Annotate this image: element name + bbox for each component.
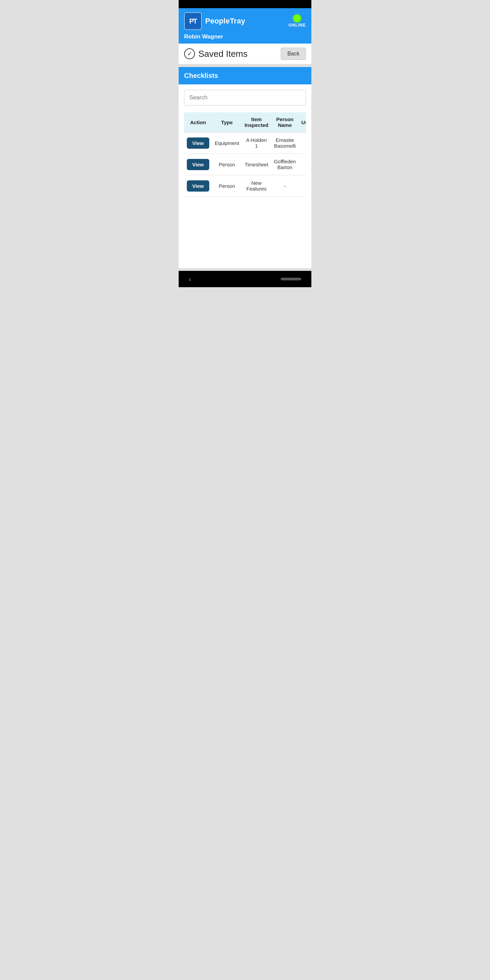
cell-usage-0: 7 xyxy=(298,132,306,154)
app-title: PeopleTray xyxy=(205,17,245,25)
section-header: Checklists xyxy=(179,67,311,84)
table-wrapper: Action Type ItemInspected PersonName Usa… xyxy=(184,112,306,197)
table-header-row: Action Type ItemInspected PersonName Usa… xyxy=(184,112,306,132)
page-title-area: ✓ Saved Items xyxy=(184,48,248,59)
checklists-section: Checklists Action Type ItemInspected Per… xyxy=(179,67,311,268)
page-header: ✓ Saved Items Back xyxy=(179,43,311,64)
view-button-2[interactable]: View xyxy=(187,180,209,192)
table-row: View Person Timesheet Goffleden Barton -… xyxy=(184,154,306,175)
online-dot xyxy=(293,14,301,22)
cell-item-2: New Features xyxy=(242,175,271,197)
col-type: Type xyxy=(212,112,242,132)
section-title: Checklists xyxy=(184,72,218,79)
cell-type-2: Person xyxy=(212,175,242,197)
cell-type-0: Equipment xyxy=(212,132,242,154)
cell-action-1: View xyxy=(184,154,212,175)
header-left: PT PeopleTray xyxy=(184,12,245,30)
back-arrow-icon[interactable]: ‹ xyxy=(189,275,191,283)
cell-person-1: Goffleden Barton xyxy=(271,154,299,175)
view-button-1[interactable]: View xyxy=(187,159,209,170)
app-header: PT PeopleTray ONLINE xyxy=(179,8,311,33)
section-body: Action Type ItemInspected PersonName Usa… xyxy=(179,84,311,202)
cell-person-0: Emastie Bassmelli xyxy=(271,132,299,154)
col-item-inspected: ItemInspected xyxy=(242,112,271,132)
top-status-bar xyxy=(179,0,311,8)
cell-usage-2: - xyxy=(298,175,306,197)
view-button-0[interactable]: View xyxy=(187,137,209,149)
cell-type-1: Person xyxy=(212,154,242,175)
cell-action-0: View xyxy=(184,132,212,154)
cell-usage-1: - xyxy=(298,154,306,175)
user-bar: Robin Wagner xyxy=(179,33,311,43)
online-label: ONLINE xyxy=(288,23,306,27)
bottom-nav-bar: ‹ xyxy=(179,271,311,287)
cell-action-2: View xyxy=(184,175,212,197)
app-logo: PT xyxy=(184,12,202,30)
checkmark-icon: ✓ xyxy=(184,48,195,59)
user-name: Robin Wagner xyxy=(184,33,223,40)
table-row: View Equipment A Holden 1 Emastie Bassme… xyxy=(184,132,306,154)
online-indicator: ONLINE xyxy=(288,14,306,27)
cell-item-0: A Holden 1 xyxy=(242,132,271,154)
search-input[interactable] xyxy=(184,90,306,105)
col-usage: Usage xyxy=(298,112,306,132)
page-title: Saved Items xyxy=(198,49,248,59)
cell-person-2: - xyxy=(271,175,299,197)
home-indicator[interactable] xyxy=(281,278,301,280)
back-button[interactable]: Back xyxy=(281,48,306,60)
table-row: View Person New Features - - 20 12 xyxy=(184,175,306,197)
checklists-table: Action Type ItemInspected PersonName Usa… xyxy=(184,112,306,197)
col-action: Action xyxy=(184,112,212,132)
cell-item-1: Timesheet xyxy=(242,154,271,175)
col-person-name: PersonName xyxy=(271,112,299,132)
